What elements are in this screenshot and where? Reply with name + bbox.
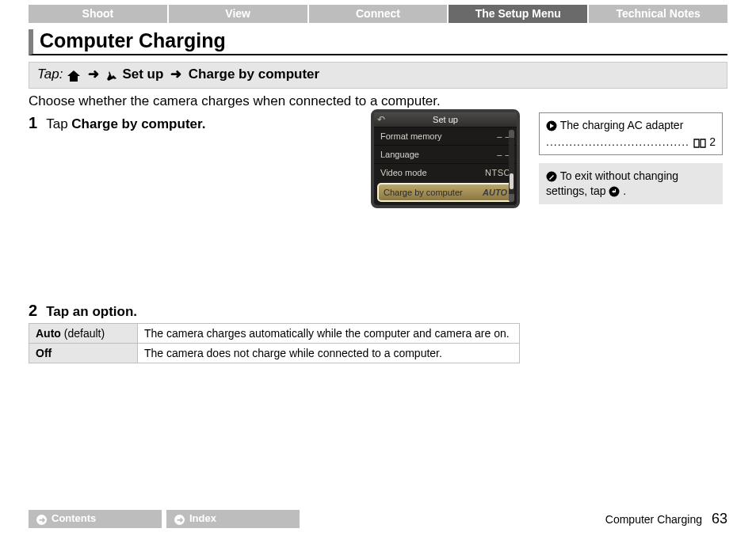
breadcrumb: Tap: ➜ Set up ➜ Charge by computer [29, 62, 727, 89]
wrench-icon [106, 68, 119, 84]
return-icon [609, 184, 623, 197]
option-key: Off [29, 344, 138, 363]
related-link-text[interactable]: The charging AC adapter [560, 119, 684, 131]
tip-box: To exit without changing settings, tap . [539, 163, 723, 204]
table-row: Auto (default) The camera charges automa… [29, 324, 520, 344]
tab-shoot[interactable]: Shoot [29, 5, 167, 23]
page-title: Computer Charging [29, 29, 727, 55]
crumb-prefix: Tap: [37, 67, 63, 82]
page-ref[interactable]: 2 [709, 135, 716, 150]
tab-view[interactable]: View [169, 5, 307, 23]
option-key: Auto (default) [29, 324, 138, 344]
step-1-lead: Tap [46, 116, 71, 131]
arrow-circle-icon: ➜ [174, 515, 185, 525]
step-1-bold: Charge by computer. [71, 116, 205, 131]
option-desc: The camera does not charge while connect… [138, 344, 520, 363]
home-icon [67, 68, 81, 84]
footer-index-button[interactable]: ➜Index [166, 510, 300, 528]
tab-technical-notes[interactable]: Technical Notes [589, 5, 727, 23]
lcd-row: Video mode NTSC [374, 163, 517, 181]
intro-text: Choose whether the camera charges when c… [29, 93, 727, 109]
arrow-circle-icon: ➜ [36, 515, 47, 525]
back-icon: ↶ [377, 114, 385, 125]
footer-contents-button[interactable]: ➜Contents [29, 510, 162, 528]
page-number: 63 [712, 511, 727, 527]
book-icon [693, 135, 706, 150]
camera-screen-title: ↶ Set up [374, 112, 517, 127]
tip-text-after: . [623, 184, 626, 197]
lcd-row-selected: Charge by computer AUTO [377, 183, 514, 202]
tab-connect[interactable]: Connect [309, 5, 448, 23]
step-number: 2 [29, 302, 43, 320]
step-number: 1 [29, 114, 43, 132]
lcd-row: Language – – [374, 145, 517, 163]
pencil-circle-icon [546, 169, 560, 182]
link-bullet-icon [546, 119, 560, 131]
related-link-box: The charging AC adapter ................… [539, 112, 723, 155]
option-desc: The camera charges automatically while t… [138, 324, 520, 344]
crumb-target: Charge by computer [189, 67, 319, 82]
crumb-setup: Set up [122, 67, 163, 82]
step-2-text: Tap an option. [46, 304, 137, 319]
scrollbar [509, 130, 514, 202]
tab-setup-menu[interactable]: The Setup Menu [449, 5, 587, 23]
footer-section: Computer Charging [605, 513, 702, 526]
step-2: 2 Tap an option. [29, 302, 520, 320]
top-tabs: Shoot View Connect The Setup Menu Techni… [29, 5, 727, 23]
options-table: Auto (default) The camera charges automa… [29, 323, 520, 363]
leader-dots: ........................................… [546, 135, 690, 150]
lcd-row: Format memory – – [374, 127, 517, 145]
table-row: Off The camera does not charge while con… [29, 344, 520, 363]
camera-screen: ↶ Set up Format memory – – Language – – … [371, 109, 520, 208]
footer: ➜Contents ➜Index Computer Charging 63 [29, 510, 727, 528]
arrow-icon: ➜ [170, 66, 181, 82]
arrow-icon: ➜ [88, 66, 99, 82]
